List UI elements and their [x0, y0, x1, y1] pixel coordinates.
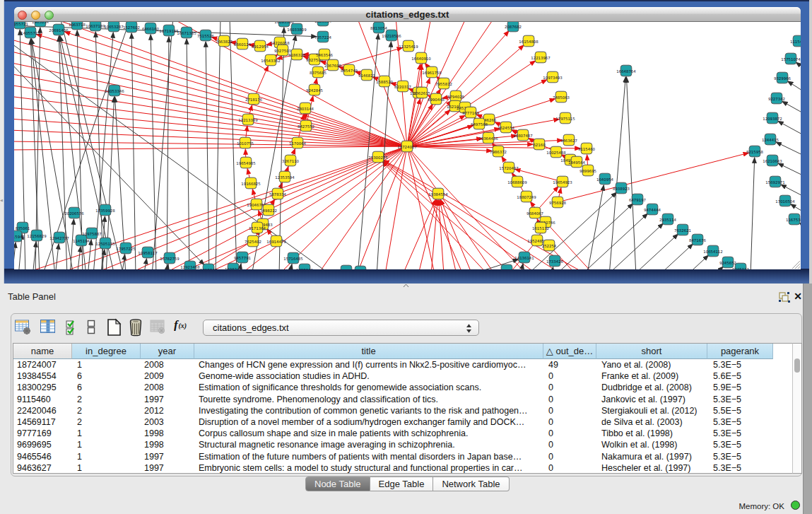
- graph-node[interactable]: 7357224: [314, 31, 332, 42]
- graph-node[interactable]: 1803384: [314, 22, 332, 26]
- column-header-pagerank[interactable]: pagerank: [707, 344, 773, 359]
- red-edge[interactable]: [421, 64, 422, 87]
- red-edge[interactable]: [563, 153, 749, 201]
- function-builder-icon[interactable]: f(x): [174, 318, 192, 334]
- graph-node[interactable]: 12923468: [180, 261, 200, 269]
- graph-node[interactable]: 16154808: [519, 35, 539, 47]
- red-edge[interactable]: [440, 200, 457, 269]
- graph-node[interactable]: 10654112: [703, 245, 722, 257]
- black-edge[interactable]: [55, 244, 59, 269]
- new-table-icon[interactable]: [105, 318, 122, 339]
- graph-node[interactable]: 7485063: [553, 91, 570, 103]
- graph-node[interactable]: 12505135: [95, 238, 114, 249]
- graph-node[interactable]: 8375685: [310, 66, 326, 78]
- graph-node[interactable]: 1010755: [237, 137, 254, 148]
- graph-node[interactable]: 2935114: [659, 214, 677, 225]
- graph-node[interactable]: 9115460: [578, 143, 596, 154]
- graph-node[interactable]: 19218506: [382, 30, 401, 41]
- red-edge[interactable]: [495, 122, 501, 125]
- network-table-selector[interactable]: citations_edges.txt: [203, 320, 479, 336]
- graph-node[interactable]: 9756928: [549, 197, 567, 208]
- graph-node[interactable]: 15716485: [283, 252, 302, 264]
- scrollbar-thumb[interactable]: [794, 358, 800, 373]
- red-edge[interactable]: [385, 152, 406, 269]
- graph-node[interactable]: 3624554: [498, 122, 515, 133]
- graph-node[interactable]: 15720407: [499, 162, 518, 173]
- graph-node[interactable]: 12353594: [275, 171, 295, 182]
- red-edge[interactable]: [559, 188, 561, 197]
- black-edge[interactable]: [88, 240, 91, 269]
- graph-node[interactable]: 8454749: [341, 64, 358, 76]
- graph-node[interactable]: 9245652: [719, 257, 736, 268]
- graph-node[interactable]: 17975115: [555, 112, 575, 124]
- memory-status-indicator[interactable]: [791, 501, 800, 510]
- graph-node[interactable]: 8813054: [370, 22, 388, 33]
- graph-node[interactable]: 1092346: [200, 264, 218, 269]
- tab-node-table[interactable]: Node Table: [305, 477, 370, 491]
- black-edge[interactable]: [609, 77, 625, 269]
- red-edge[interactable]: [403, 199, 435, 269]
- graph-node[interactable]: 16033809: [287, 23, 307, 35]
- graph-node[interactable]: 7632621: [674, 224, 691, 235]
- black-edge[interactable]: [778, 163, 801, 192]
- red-edge[interactable]: [198, 149, 402, 269]
- table-settings-icon[interactable]: [14, 318, 31, 338]
- graph-node[interactable]: 1640954: [596, 173, 614, 185]
- black-edge[interactable]: [230, 22, 237, 269]
- graph-node[interactable]: 16648764: [616, 65, 636, 76]
- red-edge[interactable]: [409, 151, 463, 269]
- graph-node[interactable]: 1167534: [786, 214, 801, 225]
- graph-node[interactable]: 2367608: [324, 59, 342, 71]
- graph-node[interactable]: 18807249: [517, 191, 536, 202]
- graph-node[interactable]: 9463627: [560, 134, 577, 146]
- graph-node[interactable]: 62160: [533, 139, 546, 150]
- graph-node[interactable]: 2718176: [245, 93, 263, 105]
- graph-node[interactable]: 6479197: [629, 194, 646, 205]
- graph-node[interactable]: 12156829: [27, 230, 47, 241]
- graph-node[interactable]: 1965034: [32, 22, 49, 27]
- graph-node[interactable]: 9146821: [358, 69, 375, 81]
- table-row[interactable]: 1456911722003Disruption of a novel membe…: [13, 416, 793, 428]
- black-edge[interactable]: [206, 42, 209, 269]
- graph-node[interactable]: 14136141: [514, 252, 534, 263]
- vertical-scrollbar[interactable]: [792, 343, 802, 474]
- black-edge[interactable]: [14, 243, 16, 269]
- unselect-all-icon[interactable]: [86, 318, 96, 338]
- resize-grip-icon[interactable]: [791, 259, 800, 269]
- black-edge[interactable]: [70, 219, 73, 269]
- graph-node[interactable]: 7515526: [197, 30, 215, 41]
- graph-node[interactable]: 8215958: [746, 146, 764, 157]
- graph-node[interactable]: 17016504: [775, 195, 795, 206]
- graph-node[interactable]: 10719185: [159, 25, 178, 36]
- black-edge[interactable]: [606, 244, 693, 269]
- graph-node[interactable]: 1588520: [376, 76, 394, 87]
- black-edge[interactable]: [252, 35, 295, 269]
- graph-node[interactable]: 1754292: [498, 264, 515, 269]
- graph-node[interactable]: 20691406: [49, 24, 69, 35]
- graph-node[interactable]: 1527602: [123, 22, 140, 33]
- table-row[interactable]: 1872400712008Changes of HCN gene express…: [13, 359, 793, 370]
- graph-node[interactable]: 10637189: [86, 22, 105, 31]
- red-edge[interactable]: [512, 130, 518, 133]
- network-canvas[interactable]: 2055721140557121965034206914061063718106…: [14, 22, 801, 269]
- black-edge[interactable]: [778, 121, 801, 156]
- graph-node[interactable]: 16782759: [160, 252, 180, 264]
- graph-node[interactable]: 6466160: [142, 23, 160, 34]
- graph-node[interactable]: 9242845: [306, 84, 323, 95]
- graph-node[interactable]: 1244415: [762, 134, 779, 145]
- graph-node[interactable]: 8990448: [428, 93, 445, 105]
- red-edge[interactable]: [287, 166, 289, 171]
- graph-node[interactable]: 12213967: [531, 52, 550, 63]
- graph-node[interactable]: 6794028: [447, 90, 465, 102]
- black-edge[interactable]: [279, 28, 284, 269]
- red-edge[interactable]: [247, 169, 249, 178]
- graph-node[interactable]: 17957225: [116, 243, 135, 254]
- red-edge[interactable]: [14, 39, 401, 145]
- graph-node[interactable]: 10688609: [507, 176, 527, 187]
- graph-node[interactable]: 16543362: [261, 54, 280, 66]
- black-edge[interactable]: [626, 77, 636, 269]
- table-row[interactable]: 946362711997Embryonic stem cells: a mode…: [13, 462, 793, 474]
- black-edge[interactable]: [621, 255, 709, 269]
- graph-node[interactable]: 1733426: [546, 255, 564, 267]
- graph-node[interactable]: 16671385: [177, 27, 196, 38]
